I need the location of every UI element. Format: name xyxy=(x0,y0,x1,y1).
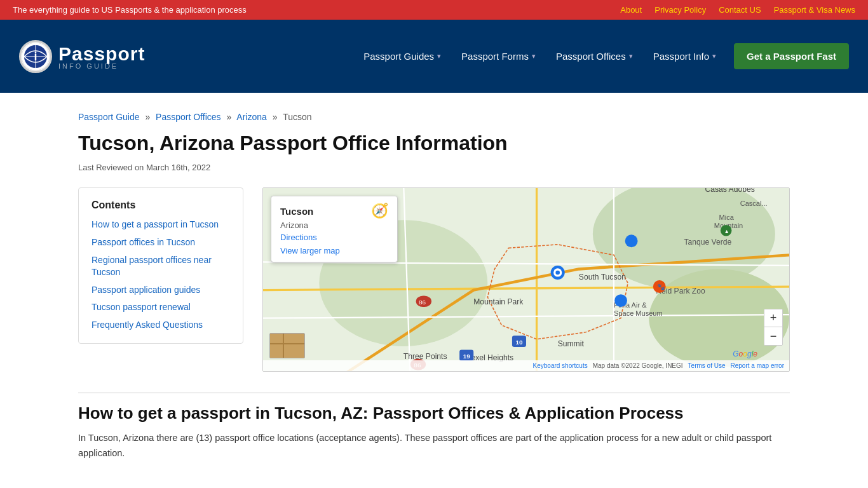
nav-item-offices[interactable]: Passport Offices ▾ xyxy=(547,44,642,68)
map-container[interactable]: South Tucson Tanque Verde Reid Park Zoo … xyxy=(262,187,790,372)
map-city-name: Tucson xyxy=(280,206,313,217)
list-item: Tucson passport renewal xyxy=(92,301,230,314)
contents-link-how-to[interactable]: How to get a passport in Tucson xyxy=(92,219,219,229)
content-wrapper: Passport Guide » Passport Offices » Ariz… xyxy=(53,93,815,480)
svg-text:86: 86 xyxy=(419,299,426,306)
map-state: Arizona xyxy=(280,220,388,230)
svg-text:Casas Adobes: Casas Adobes xyxy=(705,188,755,194)
logo-area: i Passport INFO GUIDE xyxy=(19,40,145,73)
svg-text:Summit: Summit xyxy=(558,339,585,348)
banner-link-about[interactable]: About xyxy=(620,5,642,15)
map-terms[interactable]: Terms of Use xyxy=(688,362,726,369)
contents-title: Contents xyxy=(92,200,230,211)
breadcrumb-current: Tucson xyxy=(283,112,311,122)
nav-item-forms[interactable]: Passport Forms ▾ xyxy=(452,44,545,68)
breadcrumb-link-offices[interactable]: Passport Offices xyxy=(156,112,220,122)
svg-text:South Tucson: South Tucson xyxy=(579,273,626,281)
breadcrumb-link-guide[interactable]: Passport Guide xyxy=(78,112,140,122)
list-item: Regional passport offices near Tucson xyxy=(92,254,230,279)
breadcrumb-sep: » xyxy=(145,112,150,122)
svg-rect-47 xyxy=(283,334,284,358)
svg-point-38 xyxy=(555,271,560,275)
last-reviewed: Last Reviewed on March 16th, 2022 xyxy=(78,163,790,172)
map-popup-header: Tucson 🧭 xyxy=(280,203,388,219)
chevron-down-icon: ▾ xyxy=(532,52,536,60)
list-item: Passport offices in Tucson xyxy=(92,236,230,249)
contents-link-regional[interactable]: Regional passport offices near Tucson xyxy=(92,255,212,278)
svg-text:Cascal...: Cascal... xyxy=(740,200,768,207)
svg-text:19: 19 xyxy=(463,353,471,360)
chevron-down-icon: ▾ xyxy=(437,52,441,60)
svg-text:Mica: Mica xyxy=(719,214,735,222)
map-keyboard-shortcuts[interactable]: Keyboard shortcuts xyxy=(533,362,588,369)
breadcrumb: Passport Guide » Passport Offices » Ariz… xyxy=(78,112,790,122)
svg-text:Three Points: Three Points xyxy=(403,352,447,361)
section-intro: In Tucson, Arizona there are (13) passpo… xyxy=(78,431,790,460)
contents-link-renewal[interactable]: Tucson passport renewal xyxy=(92,302,191,312)
map-thumbnail xyxy=(269,333,305,358)
svg-point-42 xyxy=(625,235,638,248)
list-item: Passport application guides xyxy=(92,284,230,297)
map-report-error[interactable]: Report a map error xyxy=(731,362,784,369)
main-layout: Contents How to get a passport in Tucson… xyxy=(78,187,790,372)
svg-rect-45 xyxy=(270,334,305,358)
navigation-icon: 🧭 xyxy=(371,203,388,219)
map-directions-link[interactable]: Directions xyxy=(280,233,388,242)
chevron-down-icon: ▾ xyxy=(629,52,633,60)
banner-links: About Privacy Policy Contact US Passport… xyxy=(620,5,855,15)
map-footer: Keyboard shortcuts Map data ©2022 Google… xyxy=(263,360,789,371)
map-zoom-controls: + − xyxy=(764,309,783,346)
map-view-larger-link[interactable]: View larger map xyxy=(280,246,388,255)
banner-link-news[interactable]: Passport & Visa News xyxy=(774,5,855,15)
logo-text-main: Passport xyxy=(58,43,145,64)
svg-rect-46 xyxy=(270,343,305,344)
svg-text:Tanque Verde: Tanque Verde xyxy=(684,238,731,247)
nav-item-info[interactable]: Passport Info ▾ xyxy=(644,44,725,68)
map-zoom-in-button[interactable]: + xyxy=(764,309,782,327)
chevron-down-icon: ▾ xyxy=(712,52,716,60)
main-nav: Passport Guides ▾ Passport Forms ▾ Passp… xyxy=(355,43,849,69)
svg-text:Mountain Park: Mountain Park xyxy=(473,297,524,306)
breadcrumb-link-arizona[interactable]: Arizona xyxy=(236,112,266,122)
get-passport-fast-button[interactable]: Get a Passport Fast xyxy=(734,43,849,69)
list-item: How to get a passport in Tucson xyxy=(92,219,230,231)
svg-text:Space Museum: Space Museum xyxy=(614,310,663,318)
banner-link-privacy[interactable]: Privacy Policy xyxy=(654,5,706,15)
logo-icon: i xyxy=(19,40,52,73)
page-title: Tucson, Arizona Passport Office Informat… xyxy=(78,131,790,155)
top-banner: The everything guide to US Passports & t… xyxy=(0,0,868,20)
banner-link-contact[interactable]: Contact US xyxy=(719,5,761,15)
map-data-credit: Map data ©2022 Google, INEGI xyxy=(593,362,683,369)
map-popup: Tucson 🧭 Arizona Directions View larger … xyxy=(271,196,398,262)
site-header: i Passport INFO GUIDE Passport Guides ▾ … xyxy=(0,20,868,93)
svg-point-41 xyxy=(614,295,627,308)
contents-box: Contents How to get a passport in Tucson… xyxy=(78,187,243,343)
map-zoom-out-button[interactable]: − xyxy=(764,327,782,345)
section-heading: How to get a passport in Tucson, AZ: Pas… xyxy=(78,392,790,423)
contents-link-faq[interactable]: Frequently Asked Questions xyxy=(92,320,203,330)
list-item: Frequently Asked Questions xyxy=(92,319,230,332)
google-logo: Google xyxy=(733,349,757,358)
nav-item-guides[interactable]: Passport Guides ▾ xyxy=(355,44,450,68)
svg-text:10: 10 xyxy=(515,339,523,346)
contents-link-guides[interactable]: Passport application guides xyxy=(92,285,200,295)
contents-link-offices[interactable]: Passport offices in Tucson xyxy=(92,237,195,247)
breadcrumb-sep: » xyxy=(273,112,278,122)
contents-list: How to get a passport in Tucson Passport… xyxy=(92,219,230,331)
banner-message: The everything guide to US Passports & t… xyxy=(13,5,247,15)
svg-text:🐾: 🐾 xyxy=(657,283,665,292)
svg-text:▲: ▲ xyxy=(724,229,729,235)
breadcrumb-sep: » xyxy=(226,112,231,122)
